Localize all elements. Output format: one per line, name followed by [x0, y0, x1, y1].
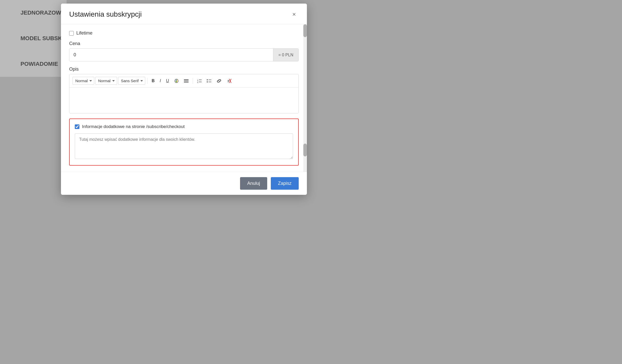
- ordered-list-icon: 1. 2.: [197, 79, 202, 83]
- svg-text:2.: 2.: [197, 81, 199, 83]
- cancel-button[interactable]: Anuluj: [240, 177, 267, 190]
- ordered-list-button[interactable]: 1. 2.: [195, 77, 204, 84]
- price-suffix: = 0 PLN: [273, 49, 298, 61]
- style-select-1[interactable]: Normal: [72, 77, 94, 85]
- modal-dialog: Ustawienia subskrypcji × Lifetime Cena =…: [61, 4, 307, 195]
- price-field-group: Cena = 0 PLN: [69, 41, 299, 61]
- scrollbar-track[interactable]: [303, 24, 307, 172]
- italic-button[interactable]: I: [158, 77, 163, 85]
- svg-point-10: [207, 81, 208, 82]
- price-input[interactable]: [69, 49, 273, 61]
- align-button[interactable]: [182, 78, 191, 84]
- bold-button[interactable]: B: [150, 77, 157, 85]
- additional-info-section: Informacje dodatkowe na stronie /subscri…: [69, 119, 299, 166]
- style-select-2[interactable]: Normal: [95, 77, 117, 85]
- editor-content-area[interactable]: [69, 88, 298, 113]
- underline-button[interactable]: U: [164, 77, 171, 85]
- scrollbar-thumb-bottom[interactable]: [303, 144, 307, 156]
- unordered-list-icon: [207, 79, 211, 83]
- editor-toolbar: Normal Normal Sans Serif B I U: [69, 74, 298, 88]
- clear-format-icon: T: [227, 79, 231, 83]
- unordered-list-button[interactable]: [205, 77, 213, 84]
- additional-info-textarea[interactable]: [75, 133, 293, 159]
- modal-body: Lifetime Cena = 0 PLN Opis Normal Normal: [61, 24, 307, 172]
- save-button[interactable]: Zapisz: [271, 177, 299, 190]
- additional-info-label: Informacje dodatkowe na stronie /subscri…: [82, 124, 185, 129]
- lifetime-checkbox-row: Lifetime: [69, 30, 299, 36]
- font-select[interactable]: Sans Serif: [118, 77, 145, 85]
- color-icon: [174, 79, 179, 83]
- price-label: Cena: [69, 41, 299, 46]
- align-icon: [184, 79, 189, 83]
- opis-field-group: Opis Normal Normal Sans Serif B I: [69, 67, 299, 113]
- additional-info-header: Informacje dodatkowe na stronie /subscri…: [75, 124, 293, 129]
- clear-format-button[interactable]: T: [225, 77, 233, 85]
- lifetime-label: Lifetime: [76, 30, 92, 36]
- opis-label: Opis: [69, 67, 299, 72]
- toolbar-divider-2: [193, 78, 193, 84]
- svg-point-8: [207, 79, 208, 80]
- lifetime-checkbox[interactable]: [69, 31, 74, 36]
- toolbar-divider-1: [147, 78, 148, 84]
- color-button[interactable]: [172, 77, 181, 85]
- price-input-wrapper: = 0 PLN: [69, 48, 299, 61]
- editor-container: Normal Normal Sans Serif B I U: [69, 74, 299, 113]
- link-icon: [216, 79, 222, 83]
- modal-header: Ustawienia subskrypcji ×: [61, 4, 307, 24]
- scrollbar-thumb-top[interactable]: [303, 24, 307, 37]
- additional-info-checkbox[interactable]: [75, 124, 79, 129]
- modal-footer: Anuluj Zapisz: [61, 172, 307, 195]
- modal-close-button[interactable]: ×: [289, 10, 299, 19]
- link-button[interactable]: [214, 78, 224, 84]
- modal-title: Ustawienia subskrypcji: [69, 10, 142, 18]
